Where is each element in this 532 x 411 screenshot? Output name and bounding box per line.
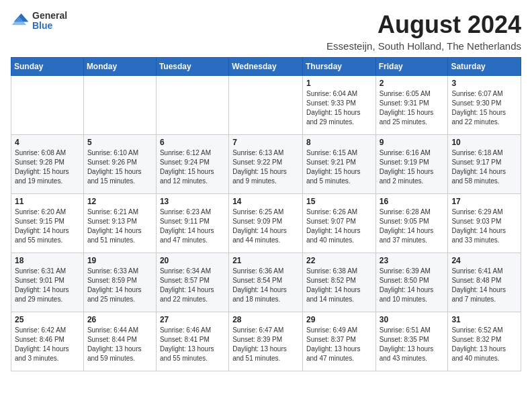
weekday-header-thursday: Thursday: [302, 58, 375, 76]
day-number: 29: [306, 315, 372, 324]
day-number: 26: [87, 315, 152, 324]
day-cell: 21Sunrise: 6:36 AMSunset: 8:54 PMDayligh…: [229, 253, 303, 312]
day-info: Sunrise: 6:33 AMSunset: 8:59 PMDaylight:…: [87, 267, 152, 304]
day-cell: 14Sunrise: 6:25 AMSunset: 9:09 PMDayligh…: [229, 194, 303, 253]
day-cell: 30Sunrise: 6:51 AMSunset: 8:35 PMDayligh…: [375, 312, 448, 371]
day-info: Sunrise: 6:39 AMSunset: 8:50 PMDaylight:…: [380, 267, 445, 304]
day-number: 21: [232, 256, 299, 265]
day-number: 8: [306, 138, 372, 147]
weekday-header-wednesday: Wednesday: [229, 58, 303, 76]
day-info: Sunrise: 6:31 AMSunset: 9:01 PMDaylight:…: [15, 267, 80, 304]
logo-icon: [11, 11, 30, 30]
day-cell: 23Sunrise: 6:39 AMSunset: 8:50 PMDayligh…: [375, 253, 448, 312]
header: General Blue August 2024 Essesteijn, Sou…: [11, 11, 521, 52]
day-cell: 29Sunrise: 6:49 AMSunset: 8:37 PMDayligh…: [302, 312, 375, 371]
day-info: Sunrise: 6:23 AMSunset: 9:11 PMDaylight:…: [160, 208, 225, 245]
day-cell: 3Sunrise: 6:07 AMSunset: 9:30 PMDaylight…: [448, 76, 521, 135]
day-info: Sunrise: 6:18 AMSunset: 9:17 PMDaylight:…: [451, 148, 517, 186]
day-cell: [156, 76, 228, 135]
day-cell: 19Sunrise: 6:33 AMSunset: 8:59 PMDayligh…: [83, 253, 156, 312]
day-info: Sunrise: 6:08 AMSunset: 9:28 PMDaylight:…: [15, 148, 80, 186]
day-info: Sunrise: 6:13 AMSunset: 9:22 PMDaylight:…: [232, 148, 299, 186]
day-cell: 27Sunrise: 6:46 AMSunset: 8:41 PMDayligh…: [156, 312, 228, 371]
day-number: 20: [160, 256, 225, 265]
day-cell: 9Sunrise: 6:16 AMSunset: 9:19 PMDaylight…: [375, 135, 448, 194]
day-info: Sunrise: 6:38 AMSunset: 8:52 PMDaylight:…: [306, 267, 372, 304]
day-cell: [11, 76, 84, 135]
title-area: August 2024 Essesteijn, South Holland, T…: [326, 11, 521, 52]
day-info: Sunrise: 6:51 AMSunset: 8:35 PMDaylight:…: [380, 326, 445, 363]
day-cell: 20Sunrise: 6:34 AMSunset: 8:57 PMDayligh…: [156, 253, 228, 312]
day-cell: [229, 76, 303, 135]
day-info: Sunrise: 6:12 AMSunset: 9:24 PMDaylight:…: [160, 148, 225, 186]
day-info: Sunrise: 6:46 AMSunset: 8:41 PMDaylight:…: [160, 326, 225, 363]
month-title: August 2024: [326, 11, 521, 39]
week-row-3: 11Sunrise: 6:20 AMSunset: 9:15 PMDayligh…: [11, 194, 521, 253]
weekday-header-sunday: Sunday: [11, 58, 84, 76]
day-number: 2: [380, 79, 445, 88]
day-cell: 28Sunrise: 6:47 AMSunset: 8:39 PMDayligh…: [229, 312, 303, 371]
calendar-table: SundayMondayTuesdayWednesdayThursdayFrid…: [11, 57, 521, 371]
day-info: Sunrise: 6:05 AMSunset: 9:31 PMDaylight:…: [380, 89, 445, 127]
weekday-header-friday: Friday: [375, 58, 448, 76]
day-info: Sunrise: 6:20 AMSunset: 9:15 PMDaylight:…: [15, 208, 80, 245]
weekday-header-tuesday: Tuesday: [156, 58, 228, 76]
day-cell: 6Sunrise: 6:12 AMSunset: 9:24 PMDaylight…: [156, 135, 228, 194]
day-info: Sunrise: 6:42 AMSunset: 8:46 PMDaylight:…: [15, 326, 80, 363]
day-info: Sunrise: 6:29 AMSunset: 9:03 PMDaylight:…: [451, 208, 517, 245]
day-number: 28: [232, 315, 299, 324]
day-cell: 7Sunrise: 6:13 AMSunset: 9:22 PMDaylight…: [229, 135, 303, 194]
day-cell: 26Sunrise: 6:44 AMSunset: 8:44 PMDayligh…: [83, 312, 156, 371]
day-cell: 13Sunrise: 6:23 AMSunset: 9:11 PMDayligh…: [156, 194, 228, 253]
day-info: Sunrise: 6:44 AMSunset: 8:44 PMDaylight:…: [87, 326, 152, 363]
day-number: 23: [380, 256, 445, 265]
day-cell: [83, 76, 156, 135]
day-number: 14: [232, 197, 299, 206]
day-info: Sunrise: 6:28 AMSunset: 9:05 PMDaylight:…: [380, 208, 445, 245]
day-number: 31: [451, 315, 517, 324]
day-info: Sunrise: 6:36 AMSunset: 8:54 PMDaylight:…: [232, 267, 299, 304]
day-number: 18: [15, 256, 80, 265]
day-info: Sunrise: 6:25 AMSunset: 9:09 PMDaylight:…: [232, 208, 299, 245]
day-cell: 5Sunrise: 6:10 AMSunset: 9:26 PMDaylight…: [83, 135, 156, 194]
logo-line2: Blue: [32, 21, 67, 31]
day-cell: 31Sunrise: 6:52 AMSunset: 8:32 PMDayligh…: [448, 312, 521, 371]
weekday-header-row: SundayMondayTuesdayWednesdayThursdayFrid…: [11, 58, 521, 76]
day-cell: 16Sunrise: 6:28 AMSunset: 9:05 PMDayligh…: [375, 194, 448, 253]
day-cell: 18Sunrise: 6:31 AMSunset: 9:01 PMDayligh…: [11, 253, 84, 312]
logo: General Blue: [11, 11, 67, 32]
day-info: Sunrise: 6:04 AMSunset: 9:33 PMDaylight:…: [306, 89, 372, 127]
day-info: Sunrise: 6:41 AMSunset: 8:48 PMDaylight:…: [451, 267, 517, 304]
day-number: 9: [380, 138, 445, 147]
location-title: Essesteijn, South Holland, The Netherlan…: [326, 40, 521, 52]
day-cell: 17Sunrise: 6:29 AMSunset: 9:03 PMDayligh…: [448, 194, 521, 253]
logo-line1: General: [32, 11, 67, 21]
day-cell: 2Sunrise: 6:05 AMSunset: 9:31 PMDaylight…: [375, 76, 448, 135]
week-row-2: 4Sunrise: 6:08 AMSunset: 9:28 PMDaylight…: [11, 135, 521, 194]
weekday-header-saturday: Saturday: [448, 58, 521, 76]
day-info: Sunrise: 6:47 AMSunset: 8:39 PMDaylight:…: [232, 326, 299, 363]
day-cell: 10Sunrise: 6:18 AMSunset: 9:17 PMDayligh…: [448, 135, 521, 194]
day-number: 10: [451, 138, 517, 147]
day-cell: 25Sunrise: 6:42 AMSunset: 8:46 PMDayligh…: [11, 312, 84, 371]
day-cell: 22Sunrise: 6:38 AMSunset: 8:52 PMDayligh…: [302, 253, 375, 312]
day-number: 3: [451, 79, 517, 88]
day-number: 25: [15, 315, 80, 324]
day-cell: 1Sunrise: 6:04 AMSunset: 9:33 PMDaylight…: [302, 76, 375, 135]
week-row-4: 18Sunrise: 6:31 AMSunset: 9:01 PMDayligh…: [11, 253, 521, 312]
day-number: 4: [15, 138, 80, 147]
day-number: 6: [160, 138, 225, 147]
day-number: 11: [15, 197, 80, 206]
week-row-1: 1Sunrise: 6:04 AMSunset: 9:33 PMDaylight…: [11, 76, 521, 135]
week-row-5: 25Sunrise: 6:42 AMSunset: 8:46 PMDayligh…: [11, 312, 521, 371]
weekday-header-monday: Monday: [83, 58, 156, 76]
day-info: Sunrise: 6:26 AMSunset: 9:07 PMDaylight:…: [306, 208, 372, 245]
day-number: 1: [306, 79, 372, 88]
day-number: 5: [87, 138, 152, 147]
day-info: Sunrise: 6:34 AMSunset: 8:57 PMDaylight:…: [160, 267, 225, 304]
day-number: 24: [451, 256, 517, 265]
day-number: 16: [380, 197, 445, 206]
day-number: 7: [232, 138, 299, 147]
day-number: 17: [451, 197, 517, 206]
day-cell: 8Sunrise: 6:15 AMSunset: 9:21 PMDaylight…: [302, 135, 375, 194]
